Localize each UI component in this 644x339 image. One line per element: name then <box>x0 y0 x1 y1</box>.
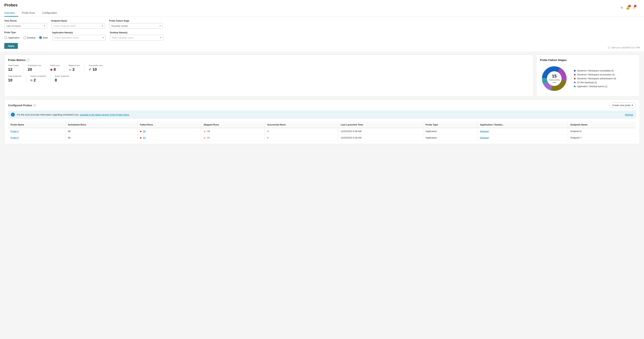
active-endpoints-label: Active endpoints <box>55 75 69 77</box>
upgrade-link[interactable]: upgrade to the latest version of the Pro… <box>80 113 130 116</box>
scheduled-runs-label: Scheduled runs <box>28 64 41 66</box>
row0-scheduled-runs: 88 <box>66 128 137 135</box>
application-names-label: Application Name(s) <box>52 31 106 34</box>
col-failed-runs[interactable]: Failed Runs ↓ <box>137 122 201 128</box>
probe-failure-stage-select[interactable]: All probe results ▾ <box>109 23 163 29</box>
row0-last-launched: 12/22/2023 9:38 AM <box>338 128 423 135</box>
row0-failed-link[interactable]: 66 <box>143 130 146 133</box>
radio-both-circle <box>39 36 42 39</box>
legend-label-1: Storefront / Workspace enumeration (3) <box>577 73 615 76</box>
legend-dot-0 <box>574 70 576 72</box>
active-endpoints-value: 8 <box>55 78 69 82</box>
table-row: Probe 0 88 ◆ 63 ▲ 21 4 12/22/2023 9:38 A… <box>8 135 636 141</box>
failed-runs-sort-icon: ↓ <box>154 124 156 126</box>
row1-last-launched: 12/22/2023 9:38 AM <box>338 135 423 141</box>
row0-failed-runs: ◆ 66 <box>137 128 201 135</box>
row0-app-link[interactable]: Notepad <box>480 130 488 133</box>
tab-overview[interactable]: Overview <box>4 10 18 16</box>
notifications-icon[interactable]: 🔔 1 <box>626 6 630 10</box>
info-banner: i For the most accurate information rega… <box>8 110 636 119</box>
row1-endpoint-name: Endpoint 7 <box>568 135 636 141</box>
row1-probe-type: Application <box>423 135 478 141</box>
radio-application[interactable]: Application <box>4 36 20 39</box>
time-period-select[interactable]: Last 24 Hours ▾ <box>4 23 47 29</box>
legend-label-2: Storefront / Workspace authentication (4… <box>577 77 616 80</box>
table-header-row: Probe Name Scheduled Runs Failed Runs ↓ … <box>8 122 636 128</box>
probe-failure-stages-card: Probe Failure Stages 15 <box>536 55 640 97</box>
probe-type-label: Probe Type <box>4 31 48 34</box>
tab-configuration[interactable]: Configuration <box>38 10 60 16</box>
tab-probe-runs[interactable]: Probe Runs <box>18 10 38 16</box>
endpoint-name-placeholder: Select endpoint name <box>53 24 100 27</box>
create-probe-chevron-icon: ▾ <box>632 104 633 107</box>
total-probes-value: 12 <box>8 67 19 72</box>
row0-app-desktop: Notepad <box>478 128 568 135</box>
donut-number: 15 <box>547 74 562 79</box>
row1-app-link[interactable]: Notepad <box>480 136 488 139</box>
radio-application-label: Application <box>8 36 20 39</box>
row1-failed-link[interactable]: 63 <box>143 136 146 139</box>
time-period-chevron-icon: ▾ <box>44 25 45 27</box>
row1-skipped-icon: ▲ <box>204 136 206 139</box>
info-banner-icon: i <box>11 113 15 117</box>
content-area: Probe Metrics i Total Probes 12 Schedule… <box>0 52 644 99</box>
tab-bar: Overview Probe Runs Configuration <box>4 10 640 16</box>
application-names-select[interactable]: Select application name ▾ <box>52 35 106 40</box>
failed-runs-label: Failed runs <box>50 64 60 66</box>
scheduled-runs-value: 20 <box>28 67 41 72</box>
failed-runs-value: ◆ 8 <box>50 67 60 72</box>
legend-item-1: Storefront / Workspace enumeration (3) <box>574 73 616 76</box>
page-title: Probes <box>4 3 640 7</box>
endpoint-name-label: Endpoint Name <box>52 19 105 22</box>
row0-successful-runs: 3 <box>264 128 338 135</box>
col-endpoint-name: Endpoint Name <box>568 122 636 128</box>
table-row: Probe 0 88 ◆ 66 ▲ 19 3 12/22/2023 9:38 A… <box>8 128 636 135</box>
legend-dot-3 <box>574 82 576 83</box>
configured-probes-info-icon[interactable]: i <box>33 104 36 107</box>
info-banner-text: For the most accurate information regard… <box>17 113 623 116</box>
time-period-filter: Time Period Last 24 Hours ▾ <box>4 19 47 29</box>
legend-item-0: Storefront / Workspace reachability (5) <box>574 69 616 72</box>
alert-icon[interactable]: ⚠ 1 <box>632 6 636 10</box>
desktop-names-select[interactable]: Select desktop name ▾ <box>110 35 164 40</box>
row0-skipped-runs: ▲ 19 <box>201 128 264 135</box>
create-new-probe-button[interactable]: Create new probe ▾ <box>609 102 636 108</box>
probe-metrics-card: Probe Metrics i Total Probes 12 Schedule… <box>4 55 534 97</box>
probe-metrics-info-icon[interactable]: i <box>27 59 30 61</box>
probe-table: Probe Name Scheduled Runs Failed Runs ↓ … <box>8 122 636 141</box>
row1-app-desktop: Notepad <box>478 135 568 141</box>
col-successful-runs: Successful Runs <box>264 122 338 128</box>
endpoint-name-select[interactable]: Select endpoint name ▾ <box>52 23 105 29</box>
successful-runs-label: Successful runs <box>89 64 102 66</box>
row1-probe-link[interactable]: Probe 0 <box>10 136 19 139</box>
row1-successful-runs: 4 <box>264 135 338 141</box>
probe-type-radio-group: Application Desktop Both <box>4 35 48 40</box>
dismiss-button[interactable]: Dismiss <box>625 113 633 116</box>
refresh-icon[interactable]: ↻ <box>621 6 623 9</box>
legend-item-2: Storefront / Workspace authentication (4… <box>574 77 616 80</box>
legend-label-3: ICA file download (2) <box>577 81 597 84</box>
radio-desktop-circle <box>23 36 26 39</box>
row1-skipped-runs: ▲ 21 <box>201 135 264 141</box>
row1-probe-name: Probe 0 <box>8 135 66 141</box>
apply-button[interactable]: Apply <box>4 43 18 49</box>
probe-failure-stage-chevron-icon: ▾ <box>160 25 161 27</box>
row0-probe-link[interactable]: Probe 0 <box>10 130 19 133</box>
col-probe-name: Probe Name <box>8 122 66 128</box>
failed-runs-icon: ◆ <box>50 67 53 71</box>
probe-metrics-title: Probe Metrics i <box>8 58 530 61</box>
inactive-endpoints-value: ⊖ 2 <box>30 78 46 82</box>
filters-section: Time Period Last 24 Hours ▾ Endpoint Nam… <box>0 17 644 52</box>
radio-desktop[interactable]: Desktop <box>23 36 36 39</box>
legend-dot-2 <box>574 78 576 79</box>
legend-dot-1 <box>574 74 576 76</box>
total-endpoints-value: 10 <box>8 78 22 82</box>
data-note: 🕐 Data up to 12/22/2023 12:17 PM <box>608 46 640 49</box>
radio-both[interactable]: Both <box>39 36 48 39</box>
successful-runs-icon: ✔ <box>89 67 91 71</box>
bell-badge: 1 <box>628 5 631 7</box>
row0-failed-icon: ◆ <box>140 130 142 133</box>
legend-label-0: Storefront / Workspace reachability (5) <box>577 69 614 72</box>
probe-failure-stage-filter: Probe Failure Stage All probe results ▾ <box>109 19 163 29</box>
col-last-launched: Last Launched Time <box>338 122 423 128</box>
